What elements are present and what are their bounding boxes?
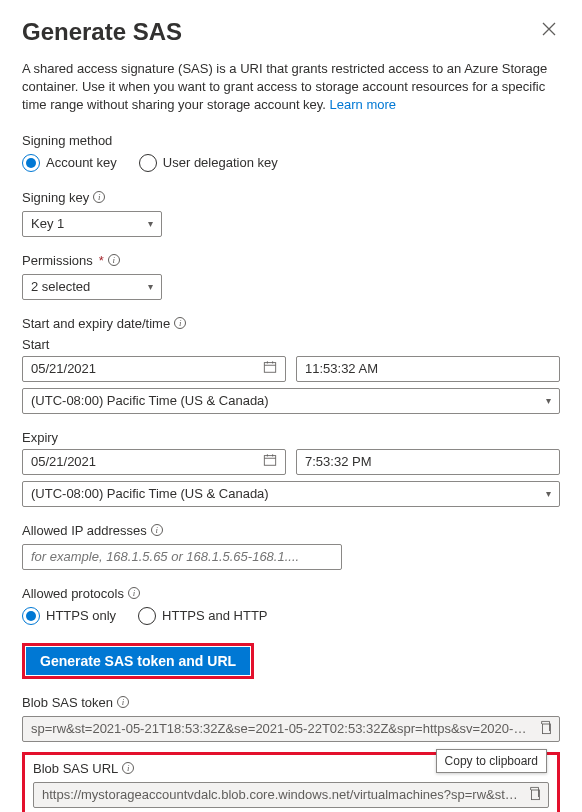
- info-icon[interactable]: i: [108, 254, 120, 266]
- radio-label: Account key: [46, 155, 117, 170]
- calendar-icon: [263, 453, 277, 470]
- svg-rect-0: [264, 363, 275, 373]
- info-icon[interactable]: i: [151, 524, 163, 536]
- info-icon[interactable]: i: [117, 696, 129, 708]
- close-icon: [542, 22, 556, 36]
- signing-key-select[interactable]: Key 1 ▾: [22, 211, 162, 237]
- expiry-time-input[interactable]: 7:53:32 PM: [296, 449, 560, 475]
- sas-token-label: Blob SAS token i: [22, 695, 560, 710]
- datetime-section-label: Start and expiry date/time i: [22, 316, 560, 331]
- info-icon[interactable]: i: [122, 762, 134, 774]
- allowed-ip-input[interactable]: [22, 544, 342, 570]
- generate-sas-button[interactable]: Generate SAS token and URL: [26, 647, 250, 675]
- description-text: A shared access signature (SAS) is a URI…: [22, 60, 560, 115]
- chevron-down-icon: ▾: [148, 218, 153, 229]
- copy-icon[interactable]: [539, 720, 553, 737]
- signing-key-label: Signing key i: [22, 190, 560, 205]
- info-icon[interactable]: i: [128, 587, 140, 599]
- copy-tooltip: Copy to clipboard: [436, 749, 547, 773]
- svg-rect-4: [264, 456, 275, 466]
- permissions-label: Permissions* i: [22, 253, 560, 268]
- chevron-down-icon: ▾: [546, 488, 551, 499]
- learn-more-link[interactable]: Learn more: [330, 97, 396, 112]
- start-date-input[interactable]: 05/21/2021: [22, 356, 286, 382]
- highlight-box: Copy to clipboard Blob SAS URL i https:/…: [22, 752, 560, 812]
- protocol-https-only-radio[interactable]: [22, 607, 40, 625]
- radio-label: User delegation key: [163, 155, 278, 170]
- calendar-icon: [263, 360, 277, 377]
- start-time-input[interactable]: 11:53:32 AM: [296, 356, 560, 382]
- protocol-https-http-radio[interactable]: [138, 607, 156, 625]
- expiry-timezone-select[interactable]: (UTC-08:00) Pacific Time (US & Canada) ▾: [22, 481, 560, 507]
- expiry-label: Expiry: [22, 430, 560, 445]
- allowed-protocols-label: Allowed protocols i: [22, 586, 560, 601]
- radio-label: HTTPS only: [46, 608, 116, 623]
- info-icon[interactable]: i: [174, 317, 186, 329]
- required-indicator: *: [99, 253, 104, 268]
- sas-url-value[interactable]: https://mystorageaccountvdalc.blob.core.…: [33, 782, 549, 808]
- radio-label: HTTPS and HTTP: [162, 608, 267, 623]
- sas-token-value[interactable]: sp=rw&st=2021-05-21T18:53:32Z&se=2021-05…: [22, 716, 560, 742]
- expiry-date-input[interactable]: 05/21/2021: [22, 449, 286, 475]
- highlight-box: Generate SAS token and URL: [22, 643, 254, 679]
- signing-method-user-delegation-radio[interactable]: [139, 154, 157, 172]
- permissions-select[interactable]: 2 selected ▾: [22, 274, 162, 300]
- start-timezone-select[interactable]: (UTC-08:00) Pacific Time (US & Canada) ▾: [22, 388, 560, 414]
- chevron-down-icon: ▾: [546, 395, 551, 406]
- chevron-down-icon: ▾: [148, 281, 153, 292]
- page-title: Generate SAS: [22, 18, 182, 46]
- info-icon[interactable]: i: [93, 191, 105, 203]
- signing-method-label: Signing method: [22, 133, 560, 148]
- copy-icon[interactable]: [528, 786, 542, 803]
- close-button[interactable]: [538, 18, 560, 43]
- allowed-ip-label: Allowed IP addresses i: [22, 523, 560, 538]
- signing-method-account-key-radio[interactable]: [22, 154, 40, 172]
- start-label: Start: [22, 337, 560, 352]
